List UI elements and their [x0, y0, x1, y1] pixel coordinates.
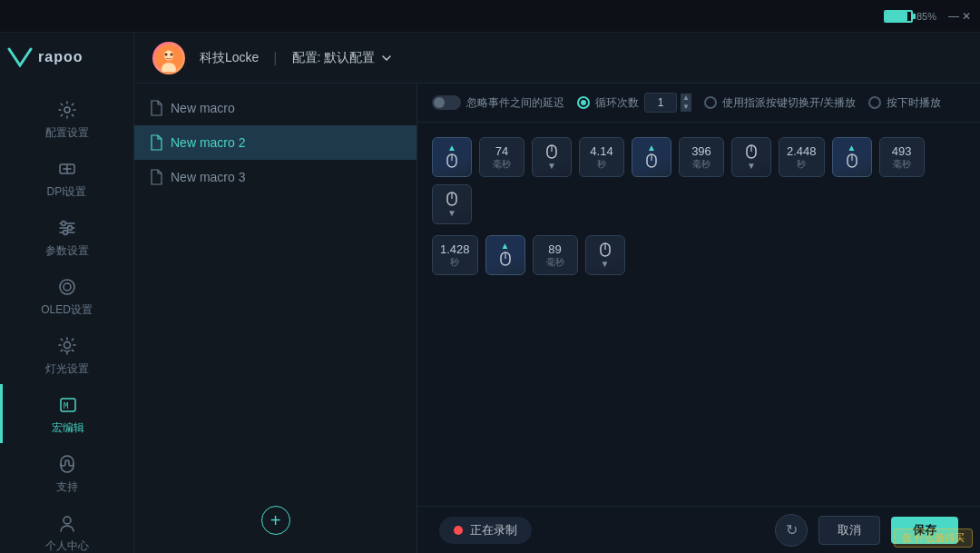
svg-point-10: [60, 280, 74, 294]
delay-block-1[interactable]: 74 毫秒: [479, 137, 524, 177]
support-icon: [55, 452, 79, 476]
header-divider: |: [273, 50, 277, 66]
action-key-up-4[interactable]: ▼: [585, 235, 625, 275]
sidebar-item-macro[interactable]: M 宏编辑: [0, 384, 133, 443]
recording-dot: [454, 526, 463, 535]
sidebar-item-dpi[interactable]: DPI设置: [0, 148, 133, 207]
delay-block-6[interactable]: 1.428 秒: [432, 235, 478, 275]
ignore-delay-toggle[interactable]: 忽略事件之间的延迟: [432, 95, 564, 111]
close-button[interactable]: ✕: [960, 10, 973, 23]
light-icon: [55, 334, 79, 358]
action-key-down-2[interactable]: ▲: [632, 137, 671, 177]
key-release-indicator-4: ▼: [601, 260, 610, 269]
sidebar-item-profile[interactable]: 个人中心: [0, 502, 133, 553]
macro-item-2[interactable]: New macro 2: [134, 125, 416, 160]
cancel-button[interactable]: 取消: [818, 516, 880, 545]
battery-indicator: 85%: [884, 10, 936, 23]
sidebar: rapoo 配置设置 DPI设置: [0, 33, 134, 553]
delay-block-5[interactable]: 493 毫秒: [879, 137, 925, 177]
macro-row-1: ▲ 74 毫秒 ▼: [432, 137, 965, 224]
loop-count-input[interactable]: [644, 93, 677, 113]
delay-block-2[interactable]: 4.14 秒: [579, 137, 624, 177]
toggle-switch-ignore-delay[interactable]: [432, 95, 461, 110]
action-key-up-3[interactable]: ▼: [432, 184, 472, 224]
sidebar-label-config: 配置设置: [45, 125, 89, 141]
content-toolbar: 忽略事件之间的延迟 循环次数 ▲ ▼ 使用指派按键切换开/关播放: [417, 84, 980, 123]
mouse-icon-1: [444, 153, 460, 171]
delay-value-3: 396: [691, 144, 711, 158]
sidebar-item-config[interactable]: 配置设置: [0, 89, 133, 148]
title-bar: 85% — ✕: [0, 0, 980, 33]
minimize-button[interactable]: —: [947, 10, 960, 23]
refresh-button[interactable]: ↻: [775, 514, 808, 547]
svg-point-7: [61, 222, 65, 226]
watermark: 值 什么值得买: [894, 528, 973, 548]
svg-point-15: [64, 517, 71, 524]
delay-block-7[interactable]: 89 毫秒: [533, 235, 578, 275]
loop-spin-down[interactable]: ▼: [681, 103, 691, 112]
macro-name-1: New macro: [171, 101, 235, 115]
macro-actions-area: ▲ 74 毫秒 ▼: [417, 123, 980, 506]
loop-spin-up[interactable]: ▲: [681, 94, 691, 103]
mouse-icon-7: [497, 251, 514, 269]
press-play-group: 按下时播放: [868, 95, 941, 111]
action-key-down-3[interactable]: ▲: [832, 137, 872, 177]
delay-block-4[interactable]: 2.448 秒: [779, 137, 825, 177]
content-panel: 忽略事件之间的延迟 循环次数 ▲ ▼ 使用指派按键切换开/关播放: [417, 84, 980, 553]
logo-area: rapoo: [0, 47, 83, 67]
sidebar-label-macro: 宏编辑: [52, 420, 84, 436]
v-logo-icon: [7, 47, 33, 67]
sidebar-label-light: 灯光设置: [45, 361, 89, 377]
macro-list-footer: +: [134, 495, 416, 546]
delay-value-2: 4.14: [590, 144, 612, 158]
toggle-play-label: 使用指派按键切换开/关播放: [722, 95, 856, 111]
avatar-image: [155, 44, 182, 72]
delay-value-6: 1.428: [440, 242, 470, 256]
recording-indicator: 正在录制: [439, 517, 532, 544]
delay-block-3[interactable]: 396 毫秒: [679, 137, 724, 177]
loop-count-label: 循环次数: [595, 95, 639, 111]
press-play-radio[interactable]: [868, 96, 881, 109]
loop-count-radio[interactable]: [577, 96, 590, 109]
toggle-play-radio[interactable]: [704, 96, 717, 109]
key-press-indicator-1: ▲: [447, 143, 456, 153]
macro-row-2: 1.428 秒 ▲ 89 毫秒: [432, 235, 965, 275]
delay-value-5: 493: [892, 144, 912, 158]
action-key-down-1[interactable]: ▲: [432, 137, 472, 177]
oled-icon: [55, 275, 79, 299]
action-key-up-1[interactable]: ▼: [532, 137, 572, 177]
macro-name-2: New macro 2: [171, 135, 245, 150]
action-key-down-4[interactable]: ▲: [485, 235, 525, 275]
delay-unit-4: 秒: [797, 158, 806, 171]
file-icon-2: [149, 134, 163, 151]
macro-item-3[interactable]: New macro 3: [134, 160, 416, 194]
sidebar-item-light[interactable]: 灯光设置: [0, 325, 133, 384]
sidebar-label-params: 参数设置: [45, 243, 89, 259]
file-icon-1: [149, 100, 163, 116]
press-play-label: 按下时播放: [887, 95, 941, 111]
macro-icon: M: [56, 393, 80, 417]
svg-point-12: [64, 342, 70, 349]
sidebar-item-support[interactable]: 支持: [0, 443, 133, 502]
sidebar-label-oled: OLED设置: [41, 302, 93, 318]
battery-percentage: 85%: [916, 11, 936, 22]
sidebar-label-dpi: DPI设置: [46, 184, 86, 200]
header-config-selector[interactable]: 配置: 默认配置: [292, 50, 394, 66]
mouse-icon-8: [597, 242, 613, 260]
sidebar-item-params[interactable]: 参数设置: [0, 207, 133, 266]
loop-spin-controls: ▲ ▼: [681, 94, 691, 112]
chevron-down-icon: [380, 52, 393, 64]
config-icon: [55, 98, 79, 122]
mouse-icon-4: [743, 143, 760, 162]
sidebar-item-oled[interactable]: OLED设置: [0, 266, 133, 325]
header: 科技Locke | 配置: 默认配置: [134, 33, 980, 84]
svg-point-11: [64, 283, 71, 291]
macro-item-1[interactable]: New macro: [134, 91, 416, 125]
mouse-icon-2: [544, 143, 560, 162]
action-key-up-2[interactable]: ▼: [731, 137, 771, 177]
svg-point-8: [67, 226, 72, 231]
macro-name-3: New macro 3: [171, 170, 245, 184]
params-icon: [55, 216, 79, 240]
key-press-indicator-4: ▲: [501, 242, 510, 251]
add-macro-button[interactable]: +: [261, 506, 290, 535]
